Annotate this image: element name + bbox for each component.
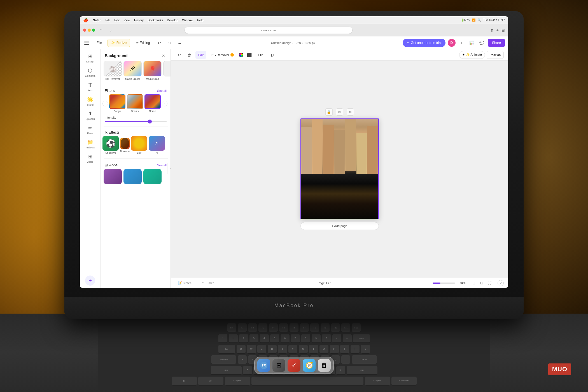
expand-button[interactable]: ⊕ <box>347 108 354 116</box>
key-8[interactable]: 8 <box>301 334 310 343</box>
key-2[interactable]: 2 <box>239 334 248 343</box>
color-picker[interactable] <box>239 53 243 57</box>
key-f3[interactable]: F3 <box>258 323 267 332</box>
sidebar-item-apps[interactable]: ⊞ Apps <box>82 152 99 165</box>
filter-scandi[interactable]: Scandi <box>127 94 143 113</box>
effect-blur[interactable]: Blur <box>131 136 147 154</box>
forward-button[interactable]: ⌄ <box>108 27 114 34</box>
key-i[interactable]: I <box>309 345 318 354</box>
address-bar[interactable]: canva.com <box>185 27 353 34</box>
app-thumb-3[interactable] <box>143 169 162 184</box>
key-5[interactable]: 5 <box>270 334 279 343</box>
key-q[interactable]: Q <box>237 345 246 354</box>
position-button[interactable]: Position <box>487 51 504 59</box>
grid-view-button[interactable]: ⊞ <box>471 280 477 286</box>
key-bracket-close[interactable]: ] <box>351 345 360 354</box>
key-f7[interactable]: F7 <box>300 323 309 332</box>
key-equals[interactable]: = <box>343 334 352 343</box>
key-o[interactable]: O <box>319 345 328 354</box>
dock-todoist-icon[interactable]: ✓ <box>288 359 300 372</box>
menu-history[interactable]: History <box>134 18 144 22</box>
notes-button[interactable]: 📝 Notes <box>175 279 194 287</box>
key-f12[interactable]: F12 <box>352 323 361 332</box>
sidebar-item-projects[interactable]: 📁 Projects <box>82 137 99 151</box>
key-shift-left[interactable]: shift <box>211 366 242 375</box>
key-return[interactable]: return <box>352 355 377 364</box>
dock-launchpad-icon[interactable]: ⊞ <box>272 359 285 372</box>
back-button[interactable]: ⌃ <box>98 27 105 34</box>
minimize-window-button[interactable] <box>88 29 91 32</box>
edit-button[interactable]: Edit <box>195 51 206 59</box>
key-4[interactable]: 4 <box>260 334 269 343</box>
key-space[interactable] <box>251 377 363 386</box>
key-f10[interactable]: F10 <box>331 323 340 332</box>
duplicate-button[interactable]: ⧉ <box>336 108 343 116</box>
key-f11[interactable]: F11 <box>341 323 350 332</box>
help-button[interactable]: ? <box>498 280 504 286</box>
key-alt-right[interactable]: ⌥ option <box>365 377 390 386</box>
editing-button[interactable]: ✏ Editing <box>132 39 153 47</box>
filter-sangri[interactable]: Sangri <box>109 94 125 113</box>
key-f6[interactable]: F6 <box>290 323 298 332</box>
crop-button[interactable]: ⬛ <box>246 51 253 59</box>
file-menu-button[interactable]: File <box>93 39 105 47</box>
apple-logo[interactable]: 🍎 <box>83 18 88 22</box>
magic-grab-tool[interactable]: 🎈 Magic Grab <box>143 61 162 80</box>
bg-remover-tool[interactable]: 🏐 BG Remover <box>104 61 122 80</box>
key-z[interactable]: Z <box>243 366 252 375</box>
dock-finder-icon[interactable] <box>257 359 270 372</box>
key-alt[interactable]: ⌥ option <box>225 377 250 386</box>
transparency-button[interactable]: ◐ <box>268 51 276 59</box>
avatar-button[interactable]: D <box>448 39 456 47</box>
key-f2[interactable]: F2 <box>248 323 257 332</box>
key-0[interactable]: 0 <box>322 334 331 343</box>
key-3[interactable]: 3 <box>249 334 258 343</box>
key-1[interactable]: 1 <box>229 334 238 343</box>
resize-button[interactable]: ✨ Resize <box>108 39 130 47</box>
timer-button[interactable]: ⏱ Timer <box>199 279 217 287</box>
key-f1[interactable]: F1 <box>238 323 247 332</box>
add-collaborator-button[interactable]: + <box>458 39 466 47</box>
filters-see-all[interactable]: See all <box>157 89 167 92</box>
browser-icon-share[interactable]: ⬆ <box>490 28 494 32</box>
canvas-undo-button[interactable]: ↩ <box>175 51 183 59</box>
get-trial-button[interactable]: ✦ Get another free trial <box>403 39 445 47</box>
presentation-view-button[interactable]: ⊟ <box>479 280 485 286</box>
zoom-slider[interactable] <box>433 283 455 284</box>
key-e[interactable]: E <box>257 345 266 354</box>
sidebar-add-button[interactable]: + <box>85 276 95 286</box>
sidebar-item-brand[interactable]: 🌟 Brand <box>82 95 99 108</box>
flip-button[interactable]: Flip <box>256 51 266 59</box>
design-canvas[interactable] <box>300 118 379 219</box>
menubar-search[interactable]: 🔍 <box>478 18 481 22</box>
dock-trash-icon[interactable]: 🗑 <box>318 359 331 372</box>
intensity-slider-thumb[interactable] <box>148 120 152 123</box>
key-quote[interactable]: ' <box>341 355 350 364</box>
key-f8[interactable]: F8 <box>310 323 319 332</box>
menu-develop[interactable]: Develop <box>167 18 178 22</box>
key-minus[interactable]: - <box>332 334 341 343</box>
key-f5[interactable]: F5 <box>279 323 288 332</box>
key-backtick[interactable]: ` <box>218 334 227 343</box>
key-shift-right[interactable]: shift <box>347 366 377 375</box>
filter-next-button[interactable]: › <box>162 101 167 106</box>
animate-button[interactable]: ✦ ✨ Animate <box>459 51 485 59</box>
menu-safari[interactable]: Safari <box>93 18 102 22</box>
canvas-delete-button[interactable]: 🗑 <box>185 51 193 59</box>
key-slash[interactable]: / <box>336 366 345 375</box>
effect-duotone[interactable]: Duotone <box>120 138 130 153</box>
key-f9[interactable]: F9 <box>321 323 330 332</box>
bg-remover-button[interactable]: BG Remover <box>209 51 237 59</box>
key-a[interactable]: A <box>238 355 247 364</box>
key-7[interactable]: 7 <box>291 334 300 343</box>
apps-see-all[interactable]: See all <box>157 164 167 167</box>
key-ctrl[interactable]: ctrl <box>198 377 223 386</box>
dock-safari-icon[interactable]: 🧭 <box>303 359 316 372</box>
key-fn[interactable]: fn <box>172 377 197 386</box>
add-page-button[interactable]: + Add page <box>300 222 379 230</box>
fullscreen-window-button[interactable] <box>92 29 95 32</box>
filter-nordic[interactable]: Nordic <box>144 94 161 113</box>
key-f4[interactable]: F4 <box>269 323 278 332</box>
key-t[interactable]: T <box>278 345 287 354</box>
key-r[interactable]: R <box>268 345 277 354</box>
